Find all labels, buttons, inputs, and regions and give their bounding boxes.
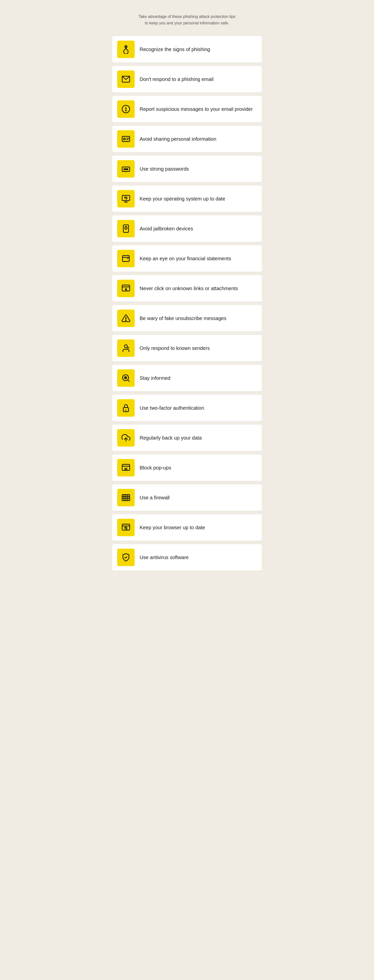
tip-label-stay-informed: Stay informed [140,375,170,381]
id-card-icon [117,130,135,148]
tip-item-financial: Keep an eye on your financial statements [112,245,262,272]
svg-point-23 [126,320,126,321]
tip-item-antivirus: Use antivirus software [112,544,262,571]
svg-text:11: 11 [125,409,127,411]
svg-point-12 [127,169,128,170]
tip-item-os-update: Keep your operating system up to date [112,186,262,212]
svg-rect-16 [123,225,129,232]
tip-label-financial: Keep an eye on your financial statements [140,256,231,261]
tip-item-backup: Regularly back up your data [112,425,262,451]
svg-point-10 [124,169,125,170]
warning-icon [117,310,135,327]
svg-point-4 [126,110,126,111]
tip-item-unknown-links: Never click on unknown links or attachme… [112,275,262,302]
search-eye-icon [117,369,135,387]
lock-number-icon: 11 [117,399,135,417]
browser-attachment-icon [117,280,135,297]
tip-label-antivirus: Use antivirus software [140,555,189,560]
tip-label-browser-update: Keep your browser up to date [140,525,205,530]
cloud-upload-icon [117,429,135,447]
firewall-icon [117,489,135,506]
page-header: Take advantage of these phishing attack … [112,13,262,26]
tip-label-report: Report suspicious messages to your email… [140,107,253,112]
tip-label-backup: Regularly back up your data [140,435,202,441]
svg-point-28 [125,377,126,378]
tip-label-two-factor: Use two-factor authentication [140,405,204,411]
page-subtitle: Take advantage of these phishing attack … [117,13,257,26]
tip-label-unsubscribe: Be wary of fake unsubscribe messages [140,315,226,321]
person-check-icon [117,339,135,357]
tip-label-pop-ups: Block pop-ups [140,465,171,471]
tip-label-strong-passwords: Use strong passwords [140,166,189,172]
tip-item-report: Report suspicious messages to your email… [112,96,262,122]
tip-item-browser-update: Keep your browser up to date [112,514,262,541]
tip-item-recognize: Recognize the signs of phishing [112,36,262,62]
tip-item-firewall: Use a firewall [112,484,262,511]
svg-line-26 [128,380,129,382]
tip-label-unknown-links: Never click on unknown links or attachme… [140,286,238,291]
browser-refresh-icon [117,519,135,536]
alert-circle-icon [117,100,135,118]
browser-x-icon [117,459,135,476]
svg-point-11 [125,169,127,170]
tips-list: Recognize the signs of phishingDon't res… [112,36,262,571]
tip-label-dont-respond: Don't respond to a phishing email [140,76,213,82]
tip-item-dont-respond: Don't respond to a phishing email [112,66,262,92]
tip-label-recognize: Recognize the signs of phishing [140,46,210,52]
wallet-icon [117,250,135,267]
tip-item-strong-passwords: Use strong passwords [112,156,262,182]
svg-point-6 [123,138,125,140]
hook-icon [117,41,135,58]
tip-item-pop-ups: Block pop-ups [112,455,262,481]
monitor-refresh-icon [117,190,135,207]
tip-item-stay-informed: Stay informed [112,365,262,391]
tip-item-unsubscribe: Be wary of fake unsubscribe messages [112,305,262,331]
tip-label-firewall: Use a firewall [140,495,169,501]
page-container: Take advantage of these phishing attack … [112,10,262,970]
tip-item-two-factor: 11Use two-factor authentication [112,395,262,421]
phone-lock-icon [117,220,135,237]
password-icon [117,160,135,178]
tip-item-avoid-sharing: Avoid sharing personal information [112,126,262,152]
shield-check-icon [117,549,135,566]
tip-label-known-senders: Only respond to known senders [140,345,210,351]
tip-label-jailbroken: Avoid jailbroken devices [140,226,193,232]
tip-label-os-update: Keep your operating system up to date [140,196,225,202]
tip-item-jailbroken: Avoid jailbroken devices [112,215,262,242]
tip-label-avoid-sharing: Avoid sharing personal information [140,136,216,142]
svg-point-24 [125,345,128,348]
tip-item-known-senders: Only respond to known senders [112,335,262,361]
mail-icon [117,70,135,88]
